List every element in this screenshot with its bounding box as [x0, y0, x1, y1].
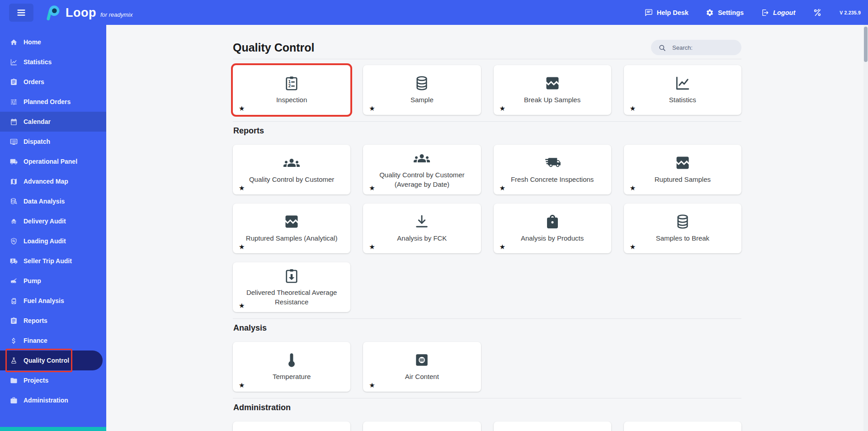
shopping-bag-icon	[544, 213, 561, 230]
tile-delivered-theoretical-average-resistance[interactable]: Delivered Theoretical Average Resistance…	[233, 262, 350, 312]
tile-quality-control-by-customer-average-by-date[interactable]: Quality Control by Customer (Average by …	[363, 145, 481, 194]
sidebar-item-loading-audit[interactable]: Loading Audit	[0, 231, 106, 251]
sidebar-item-pump[interactable]: Pump	[0, 271, 106, 291]
help-desk-button[interactable]: Help Desk	[645, 9, 689, 17]
thermometer-icon	[283, 352, 300, 368]
tile-fresh-concrete-inspections[interactable]: Fresh Concrete Inspections★	[494, 145, 611, 194]
favorite-star-icon[interactable]: ★	[500, 243, 505, 251]
sidebar-item-label: Orders	[24, 78, 44, 85]
favorite-star-icon[interactable]: ★	[239, 104, 245, 113]
sidebar-item-planned-orders[interactable]: Planned Orders	[0, 92, 106, 112]
main-content: Quality Control 12Inspection★Sample★Brea…	[106, 25, 868, 431]
tile-inspection[interactable]: 12Inspection★	[233, 65, 350, 115]
favorite-star-icon[interactable]: ★	[239, 381, 245, 389]
sidebar-item-label: Reports	[24, 317, 47, 324]
percent-icon[interactable]	[812, 8, 822, 18]
sidebar-item-statistics[interactable]: Statistics	[0, 52, 106, 72]
top-header: Loop for readymix Help Desk Settings Log…	[0, 0, 868, 25]
scrollbar[interactable]	[863, 25, 868, 431]
sidebar-item-administration[interactable]: Administration	[0, 390, 106, 410]
tile-label: Inspection	[276, 95, 307, 104]
menu-button[interactable]	[9, 4, 33, 22]
sidebar-item-label: Fuel Analysis	[24, 297, 64, 304]
folder-icon	[10, 377, 18, 384]
favorite-star-icon[interactable]: ★	[630, 104, 636, 113]
sidebar-item-home[interactable]: Home	[0, 32, 106, 52]
app-root: Loop for readymix Help Desk Settings Log…	[0, 0, 868, 431]
tile-label: Fresh Concrete Inspections	[511, 175, 594, 184]
sidebar-item-dispatch[interactable]: Dispatch	[0, 132, 106, 152]
favorite-star-icon[interactable]: ★	[500, 184, 505, 192]
sidebar-item-fuel-analysis[interactable]: Fuel Analysis	[0, 291, 106, 311]
section-heading: Administration	[233, 403, 741, 412]
tile-sections: 12Inspection★Sample★Break Up Samples★Sta…	[233, 65, 741, 431]
sliders-icon	[10, 98, 18, 106]
tile-statistics[interactable]: Statistics★	[624, 65, 741, 115]
settings-button[interactable]: Settings	[706, 9, 744, 17]
page-head: Quality Control	[233, 25, 741, 59]
favorite-star-icon[interactable]: ★	[369, 184, 375, 192]
search-input[interactable]	[671, 44, 736, 52]
logout-button[interactable]: Logout	[761, 9, 795, 17]
sidebar-item-orders[interactable]: Orders	[0, 72, 106, 92]
favorite-star-icon[interactable]: ★	[630, 184, 636, 192]
sidebar-item-label: Loading Audit	[24, 237, 66, 245]
sidebar-item-label: Dispatch	[24, 138, 50, 145]
sidebar-item-data-analysis[interactable]: Data Analysis	[0, 191, 106, 211]
tile-ruptured-samples-analytical[interactable]: Ruptured Samples (Analytical)★	[233, 204, 350, 253]
tile-label: Samples to Break	[656, 234, 709, 243]
scrollbar-thumb[interactable]	[864, 27, 868, 62]
sidebar-item-seller-trip-audit[interactable]: Seller Trip Audit	[0, 251, 106, 271]
sidebar-item-operational-panel[interactable]: Operational Panel	[0, 152, 106, 171]
favorite-star-icon[interactable]: ★	[630, 243, 636, 251]
tile-clipped-4[interactable]	[624, 422, 741, 431]
section-administration: Administration	[233, 398, 741, 431]
tile-air-content[interactable]: Air Content★	[363, 342, 481, 392]
favorite-star-icon[interactable]: ★	[369, 243, 375, 251]
sidebar-item-quality-control[interactable]: Quality Control	[0, 350, 103, 370]
favorite-star-icon[interactable]: ★	[239, 184, 245, 192]
settings-label: Settings	[718, 9, 744, 16]
tile-break-up-samples[interactable]: Break Up Samples★	[494, 65, 611, 115]
favorite-star-icon[interactable]: ★	[239, 302, 245, 310]
tile-analysis-by-products[interactable]: Analysis by Products★	[494, 204, 611, 253]
sidebar-item-label: Finance	[24, 337, 47, 344]
section-reports: ReportsQuality Control by Customer★Quali…	[233, 121, 741, 312]
truck-speed-icon	[544, 155, 561, 171]
tile-temperature[interactable]: Temperature★	[233, 342, 350, 392]
favorite-star-icon[interactable]: ★	[369, 381, 375, 389]
tile-quality-control-by-customer[interactable]: Quality Control by Customer★	[233, 145, 350, 194]
briefcase-icon	[10, 397, 18, 404]
favorite-star-icon[interactable]: ★	[369, 104, 375, 113]
tile-ruptured-samples[interactable]: Ruptured Samples★	[624, 145, 741, 194]
sidebar-item-label: Statistics	[24, 58, 52, 66]
pump-truck-icon	[10, 277, 18, 285]
sidebar-item-advanced-map[interactable]: Advanced Map	[0, 171, 106, 191]
air-content-icon	[414, 352, 430, 368]
logout-icon	[761, 9, 769, 17]
tile-label: Analysis by Products	[521, 234, 584, 243]
tile-label: Sample	[410, 95, 434, 104]
tile-grid: 12Inspection★Sample★Break Up Samples★Sta…	[233, 65, 741, 115]
broken-chart-icon	[675, 155, 691, 171]
version-label: V 2.235.9	[840, 10, 861, 15]
tile-clipped-2[interactable]	[363, 422, 481, 431]
sidebar-item-calendar[interactable]: Calendar	[0, 112, 106, 132]
favorite-star-icon[interactable]: ★	[239, 243, 245, 251]
cylinder-icon	[675, 213, 691, 230]
sidebar-item-finance[interactable]: Finance	[0, 331, 106, 350]
search-box[interactable]	[651, 40, 741, 55]
favorite-star-icon[interactable]: ★	[500, 104, 505, 113]
tile-samples-to-break[interactable]: Samples to Break★	[624, 204, 741, 253]
tile-analysis-by-fck[interactable]: Analysis by FCK★	[363, 204, 481, 253]
section-heading: Reports	[233, 126, 741, 136]
sidebar-item-reports[interactable]: Reports	[0, 311, 106, 331]
tile-clipped-1[interactable]	[233, 422, 350, 431]
dollar-icon	[10, 337, 18, 345]
sidebar-item-projects[interactable]: Projects	[0, 370, 106, 390]
tile-label: Analysis by FCK	[397, 234, 447, 243]
sidebar-item-delivery-audit[interactable]: Delivery Audit	[0, 211, 106, 231]
tile-clipped-3[interactable]	[494, 422, 611, 431]
sidebar-item-label: Quality Control	[24, 357, 69, 364]
tile-sample[interactable]: Sample★	[363, 65, 481, 115]
